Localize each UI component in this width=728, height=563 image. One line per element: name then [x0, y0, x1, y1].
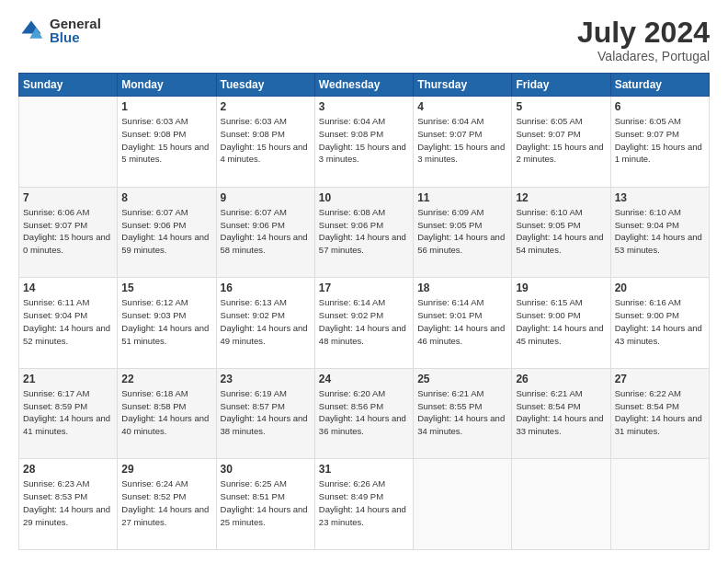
day-info: Sunrise: 6:06 AM Sunset: 9:07 PM Dayligh… — [23, 206, 113, 257]
day-info: Sunrise: 6:23 AM Sunset: 8:53 PM Dayligh… — [23, 477, 113, 528]
day-cell: 19Sunrise: 6:15 AM Sunset: 9:00 PM Dayli… — [512, 278, 610, 369]
day-number: 15 — [121, 282, 211, 294]
day-number: 29 — [121, 463, 211, 476]
day-number: 25 — [417, 373, 507, 385]
day-cell: 3Sunrise: 6:04 AM Sunset: 9:08 PM Daylig… — [314, 97, 413, 188]
day-number: 23 — [221, 373, 311, 385]
page: General Blue July 2024 Valadares, Portug… — [0, 0, 728, 563]
day-number: 17 — [319, 282, 409, 294]
week-row-1: 1Sunrise: 6:03 AM Sunset: 9:08 PM Daylig… — [19, 97, 710, 188]
day-cell: 5Sunrise: 6:05 AM Sunset: 9:07 PM Daylig… — [512, 97, 610, 188]
day-number: 27 — [615, 373, 705, 385]
day-cell: 8Sunrise: 6:07 AM Sunset: 9:06 PM Daylig… — [118, 187, 216, 278]
day-cell — [610, 459, 709, 550]
day-number: 14 — [23, 282, 113, 294]
day-info: Sunrise: 6:11 AM Sunset: 9:04 PM Dayligh… — [23, 296, 113, 347]
day-cell: 1Sunrise: 6:03 AM Sunset: 9:08 PM Daylig… — [118, 97, 216, 188]
day-info: Sunrise: 6:03 AM Sunset: 9:08 PM Dayligh… — [221, 115, 311, 166]
main-title: July 2024 — [577, 17, 710, 49]
day-number: 31 — [319, 463, 409, 476]
day-cell: 9Sunrise: 6:07 AM Sunset: 9:06 PM Daylig… — [216, 187, 314, 278]
day-cell: 31Sunrise: 6:26 AM Sunset: 8:49 PM Dayli… — [314, 459, 413, 550]
day-info: Sunrise: 6:14 AM Sunset: 9:01 PM Dayligh… — [417, 296, 507, 347]
day-info: Sunrise: 6:10 AM Sunset: 9:04 PM Dayligh… — [615, 206, 705, 257]
day-cell: 21Sunrise: 6:17 AM Sunset: 8:59 PM Dayli… — [19, 368, 118, 459]
col-thursday: Thursday — [414, 74, 512, 97]
day-info: Sunrise: 6:13 AM Sunset: 9:02 PM Dayligh… — [221, 296, 311, 347]
week-row-5: 28Sunrise: 6:23 AM Sunset: 8:53 PM Dayli… — [19, 459, 710, 550]
day-cell: 2Sunrise: 6:03 AM Sunset: 9:08 PM Daylig… — [216, 97, 314, 188]
day-cell — [414, 459, 512, 550]
day-cell: 11Sunrise: 6:09 AM Sunset: 9:05 PM Dayli… — [414, 187, 512, 278]
day-number: 30 — [221, 463, 311, 476]
logo-general-text: General — [50, 17, 101, 30]
day-info: Sunrise: 6:04 AM Sunset: 9:07 PM Dayligh… — [417, 115, 507, 166]
day-info: Sunrise: 6:19 AM Sunset: 8:57 PM Dayligh… — [221, 387, 311, 438]
day-number: 28 — [23, 463, 113, 476]
day-number: 12 — [516, 191, 606, 204]
day-cell: 16Sunrise: 6:13 AM Sunset: 9:02 PM Dayli… — [216, 278, 314, 369]
logo-icon — [18, 17, 44, 43]
day-info: Sunrise: 6:03 AM Sunset: 9:08 PM Dayligh… — [121, 115, 211, 166]
col-saturday: Saturday — [610, 74, 709, 97]
day-cell: 27Sunrise: 6:22 AM Sunset: 8:54 PM Dayli… — [610, 368, 709, 459]
day-cell: 29Sunrise: 6:24 AM Sunset: 8:52 PM Dayli… — [118, 459, 216, 550]
day-cell: 15Sunrise: 6:12 AM Sunset: 9:03 PM Dayli… — [118, 278, 216, 369]
week-row-2: 7Sunrise: 6:06 AM Sunset: 9:07 PM Daylig… — [19, 187, 710, 278]
day-number: 4 — [417, 100, 507, 113]
day-info: Sunrise: 6:14 AM Sunset: 9:02 PM Dayligh… — [319, 296, 409, 347]
day-info: Sunrise: 6:16 AM Sunset: 9:00 PM Dayligh… — [615, 296, 705, 347]
day-number: 19 — [516, 282, 606, 294]
day-cell: 22Sunrise: 6:18 AM Sunset: 8:58 PM Dayli… — [118, 368, 216, 459]
day-number: 24 — [319, 373, 409, 385]
header: General Blue July 2024 Valadares, Portug… — [18, 17, 710, 63]
day-info: Sunrise: 6:25 AM Sunset: 8:51 PM Dayligh… — [221, 477, 311, 528]
day-number: 8 — [121, 191, 211, 204]
day-info: Sunrise: 6:22 AM Sunset: 8:54 PM Dayligh… — [615, 387, 705, 438]
day-number: 16 — [221, 282, 311, 294]
day-info: Sunrise: 6:10 AM Sunset: 9:05 PM Dayligh… — [516, 206, 606, 257]
week-row-3: 14Sunrise: 6:11 AM Sunset: 9:04 PM Dayli… — [19, 278, 710, 369]
day-cell: 24Sunrise: 6:20 AM Sunset: 8:56 PM Dayli… — [314, 368, 413, 459]
day-cell: 26Sunrise: 6:21 AM Sunset: 8:54 PM Dayli… — [512, 368, 610, 459]
col-wednesday: Wednesday — [314, 74, 413, 97]
day-cell: 12Sunrise: 6:10 AM Sunset: 9:05 PM Dayli… — [512, 187, 610, 278]
day-info: Sunrise: 6:04 AM Sunset: 9:08 PM Dayligh… — [319, 115, 409, 166]
day-cell: 17Sunrise: 6:14 AM Sunset: 9:02 PM Dayli… — [314, 278, 413, 369]
day-cell: 4Sunrise: 6:04 AM Sunset: 9:07 PM Daylig… — [414, 97, 512, 188]
day-number: 10 — [319, 191, 409, 204]
day-number: 3 — [319, 100, 409, 113]
day-cell — [512, 459, 610, 550]
title-block: July 2024 Valadares, Portugal — [577, 17, 710, 63]
day-cell: 20Sunrise: 6:16 AM Sunset: 9:00 PM Dayli… — [610, 278, 709, 369]
day-info: Sunrise: 6:18 AM Sunset: 8:58 PM Dayligh… — [121, 387, 211, 438]
day-number: 22 — [121, 373, 211, 385]
day-info: Sunrise: 6:09 AM Sunset: 9:05 PM Dayligh… — [417, 206, 507, 257]
day-number: 13 — [615, 191, 705, 204]
day-number: 21 — [23, 373, 113, 385]
day-number: 1 — [121, 100, 211, 113]
day-cell: 25Sunrise: 6:21 AM Sunset: 8:55 PM Dayli… — [414, 368, 512, 459]
header-row: Sunday Monday Tuesday Wednesday Thursday… — [19, 74, 710, 97]
day-info: Sunrise: 6:21 AM Sunset: 8:54 PM Dayligh… — [516, 387, 606, 438]
day-info: Sunrise: 6:07 AM Sunset: 9:06 PM Dayligh… — [121, 206, 211, 257]
subtitle: Valadares, Portugal — [577, 49, 710, 63]
day-info: Sunrise: 6:15 AM Sunset: 9:00 PM Dayligh… — [516, 296, 606, 347]
day-info: Sunrise: 6:05 AM Sunset: 9:07 PM Dayligh… — [615, 115, 705, 166]
day-cell: 23Sunrise: 6:19 AM Sunset: 8:57 PM Dayli… — [216, 368, 314, 459]
day-cell: 14Sunrise: 6:11 AM Sunset: 9:04 PM Dayli… — [19, 278, 118, 369]
logo-blue-text: Blue — [50, 30, 101, 44]
day-cell: 6Sunrise: 6:05 AM Sunset: 9:07 PM Daylig… — [610, 97, 709, 188]
day-info: Sunrise: 6:12 AM Sunset: 9:03 PM Dayligh… — [121, 296, 211, 347]
logo-text: General Blue — [50, 17, 101, 44]
day-info: Sunrise: 6:26 AM Sunset: 8:49 PM Dayligh… — [319, 477, 409, 528]
day-cell: 30Sunrise: 6:25 AM Sunset: 8:51 PM Dayli… — [216, 459, 314, 550]
col-sunday: Sunday — [19, 74, 118, 97]
day-info: Sunrise: 6:07 AM Sunset: 9:06 PM Dayligh… — [221, 206, 311, 257]
day-number: 9 — [221, 191, 311, 204]
day-info: Sunrise: 6:24 AM Sunset: 8:52 PM Dayligh… — [121, 477, 211, 528]
col-monday: Monday — [118, 74, 216, 97]
day-cell: 28Sunrise: 6:23 AM Sunset: 8:53 PM Dayli… — [19, 459, 118, 550]
day-number: 5 — [516, 100, 606, 113]
day-number: 7 — [23, 191, 113, 204]
